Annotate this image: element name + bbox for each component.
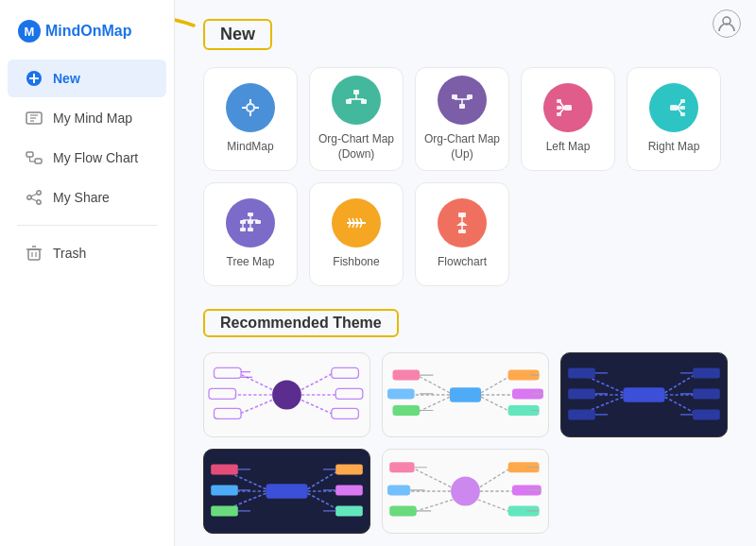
org-chart-up-label: Org-Chart Map (Up) — [416, 132, 508, 162]
map-type-grid: MindMap Org-Chart Map(Down) Org-Chart Ma… — [203, 67, 728, 286]
svg-rect-76 — [458, 230, 466, 233]
svg-rect-89 — [335, 388, 363, 399]
svg-point-14 — [37, 200, 41, 204]
svg-rect-134 — [211, 464, 238, 474]
svg-line-99 — [419, 397, 450, 411]
svg-rect-46 — [557, 106, 561, 110]
mindmap-label: MindMap — [227, 140, 273, 155]
theme-card-3[interactable] — [560, 352, 728, 437]
sidebar-item-my-mind-map-label: My Mind Map — [53, 111, 132, 126]
logo-text: MindOnMap — [45, 23, 132, 40]
logo-icon: M — [17, 19, 42, 43]
svg-line-101 — [481, 376, 510, 393]
svg-rect-74 — [458, 213, 466, 217]
theme-card-5[interactable] — [382, 449, 549, 534]
left-map-icon — [543, 83, 593, 132]
svg-rect-47 — [557, 112, 561, 116]
svg-rect-140 — [335, 464, 363, 474]
svg-rect-121 — [693, 367, 720, 378]
svg-rect-54 — [680, 112, 685, 116]
svg-line-162 — [478, 500, 510, 512]
flowchart-icon — [438, 198, 487, 247]
svg-rect-132 — [266, 484, 308, 498]
org-chart-down-label: Org-Chart Map(Down) — [318, 132, 394, 162]
share-icon — [25, 188, 43, 207]
svg-point-13 — [37, 191, 41, 195]
sidebar-item-trash[interactable]: Trash — [8, 234, 166, 272]
logo: M MindOnMap — [0, 9, 174, 59]
map-card-org-chart-down[interactable]: Org-Chart Map(Down) — [309, 67, 404, 171]
svg-rect-153 — [389, 462, 414, 472]
map-card-tree-map[interactable]: Tree Map — [203, 182, 298, 286]
svg-rect-83 — [209, 388, 236, 399]
theme-card-2[interactable] — [382, 352, 549, 437]
mindmap-icon — [226, 83, 275, 132]
sidebar-divider — [17, 225, 157, 226]
svg-rect-96 — [393, 370, 421, 381]
svg-line-86 — [301, 374, 332, 390]
svg-line-120 — [665, 374, 696, 393]
map-card-org-chart-up[interactable]: Org-Chart Map (Up) — [415, 67, 509, 171]
sidebar-item-my-share-label: My Share — [53, 190, 110, 205]
sidebar-item-trash-label: Trash — [53, 246, 86, 261]
svg-rect-55 — [248, 213, 253, 216]
flowchart-label: Flowchart — [438, 255, 487, 270]
svg-line-90 — [301, 401, 332, 414]
svg-line-17 — [31, 198, 37, 201]
fishbone-label: Fishbone — [333, 255, 379, 270]
svg-line-84 — [240, 401, 272, 414]
sidebar-item-new-label: New — [53, 71, 80, 86]
svg-line-158 — [480, 469, 510, 487]
trash-icon — [25, 244, 43, 263]
svg-point-151 — [451, 477, 480, 506]
svg-rect-125 — [693, 409, 720, 419]
svg-line-80 — [240, 374, 272, 390]
svg-line-16 — [31, 194, 37, 196]
svg-rect-18 — [28, 249, 40, 260]
svg-line-95 — [419, 376, 450, 393]
org-chart-down-icon — [332, 76, 381, 125]
new-section-title: New — [220, 25, 255, 43]
sidebar-item-my-flow-chart-label: My Flow Chart — [53, 150, 138, 165]
map-card-mindmap[interactable]: MindMap — [203, 67, 298, 171]
sidebar-item-my-flow-chart[interactable]: My Flow Chart — [8, 139, 166, 177]
sidebar-item-my-share[interactable]: My Share — [8, 179, 166, 216]
map-card-right-map[interactable]: Right Map — [627, 67, 721, 171]
svg-point-79 — [272, 381, 301, 410]
user-avatar[interactable] — [713, 9, 741, 38]
sidebar: M MindOnMap New My Mind Map My Flow Char… — [0, 0, 175, 546]
sidebar-item-new[interactable]: New — [8, 60, 166, 97]
svg-rect-123 — [693, 388, 720, 399]
svg-rect-117 — [568, 388, 595, 399]
svg-rect-113 — [624, 387, 665, 401]
svg-rect-157 — [389, 505, 417, 516]
plus-icon — [25, 69, 43, 88]
svg-line-105 — [481, 397, 510, 411]
svg-rect-155 — [387, 485, 410, 495]
map-card-left-map[interactable]: Left Map — [521, 67, 615, 171]
svg-rect-142 — [335, 485, 363, 495]
org-chart-up-icon — [438, 76, 487, 125]
svg-rect-52 — [680, 99, 685, 103]
theme-card-1[interactable] — [203, 352, 370, 437]
new-section-title-box: New — [203, 19, 272, 50]
svg-point-15 — [27, 196, 31, 199]
map-card-flowchart[interactable]: Flowchart — [415, 182, 509, 286]
svg-rect-85 — [215, 408, 242, 418]
svg-rect-10 — [35, 159, 42, 163]
svg-line-124 — [665, 397, 696, 414]
svg-line-152 — [414, 469, 452, 487]
svg-rect-41 — [564, 105, 572, 111]
sidebar-item-my-mind-map[interactable]: My Mind Map — [8, 99, 166, 137]
svg-rect-144 — [335, 505, 363, 516]
map-card-fishbone[interactable]: Fishbone — [309, 182, 404, 286]
svg-rect-9 — [26, 152, 33, 157]
theme-grid — [203, 352, 728, 534]
svg-rect-38 — [459, 104, 465, 109]
svg-rect-136 — [211, 485, 238, 495]
theme-card-4[interactable] — [203, 449, 370, 534]
svg-marker-75 — [456, 221, 468, 226]
right-map-label: Right Map — [648, 140, 700, 155]
mind-map-icon — [25, 109, 43, 128]
svg-rect-53 — [680, 106, 685, 110]
